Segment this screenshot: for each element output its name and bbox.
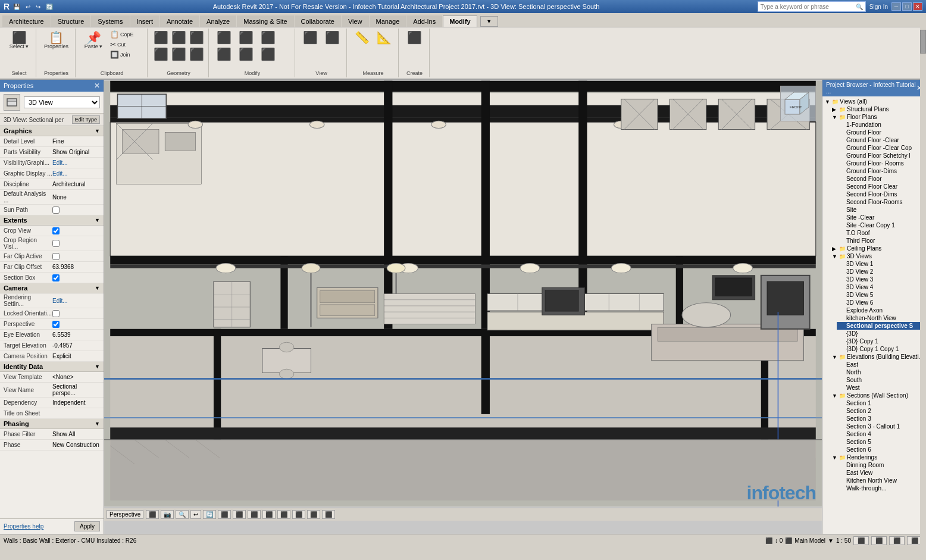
geom-btn-2[interactable]: ⬛ (170, 30, 187, 45)
measure-btn-1[interactable]: 📏 (352, 30, 373, 45)
tree-dinning-room[interactable]: Dinning Room (837, 461, 926, 469)
mod-btn-3[interactable]: ⬛ (258, 30, 279, 45)
rendering-value[interactable]: Edit... (52, 298, 100, 304)
vc-btn-8[interactable]: ⬛ (248, 510, 261, 519)
tree-sections[interactable]: ▼ 📁 Sections (Wall Section) (830, 392, 926, 399)
phasing-section-header[interactable]: Phasing ▼ (0, 419, 104, 429)
tree-ground-floor-clear[interactable]: Ground Floor -Clear (837, 136, 926, 144)
mod-btn-5[interactable]: ⬛ (236, 46, 256, 62)
tree-ceiling-plans[interactable]: ▶ 📁 Ceiling Plans (830, 245, 926, 252)
tree-elevations[interactable]: ▼ 📁 Elevations (Building Elevati... (830, 353, 926, 361)
tree-ground-floor-rooms[interactable]: Ground Floor- Rooms (837, 159, 926, 167)
design-options-btn[interactable]: ⬛ (871, 536, 887, 545)
geom-btn-5[interactable]: ⬛ (170, 46, 187, 62)
properties-btn[interactable]: 📋 Properties (41, 30, 71, 51)
nav-cube[interactable]: FRONT (780, 86, 816, 121)
mod-btn-2[interactable]: ⬛ (236, 30, 256, 45)
mod-btn-4[interactable]: ⬛ (214, 46, 234, 62)
tree-sectional-perspective[interactable]: Sectional perspective S (837, 322, 926, 330)
tree-north[interactable]: North (837, 368, 926, 376)
tree-site-clear[interactable]: Site -Clear (837, 214, 926, 221)
tree-section2[interactable]: Section 2 (837, 407, 926, 415)
tree-section5[interactable]: Section 5 (837, 438, 926, 446)
tree-3d-copy1-copy1[interactable]: {3D} Copy 1 Copy 1 (837, 345, 926, 353)
vc-btn-7[interactable]: ⬛ (233, 510, 246, 519)
tab-view[interactable]: View (342, 15, 369, 27)
tree-south[interactable]: South (837, 376, 926, 384)
tree-third-floor[interactable]: Third Floor (837, 237, 926, 245)
sun-path-checkbox[interactable] (52, 207, 60, 214)
sections-expander[interactable]: ▼ (832, 393, 839, 399)
tree-kitchen-north[interactable]: kitchen-North View (837, 314, 926, 322)
redo-btn[interactable]: ↪ (34, 3, 42, 11)
quick-access-toolbar[interactable]: R 💾 ↩ ↪ 🔄 (4, 2, 55, 11)
tree-3dview1[interactable]: 3D View 1 (837, 260, 926, 268)
minimize-btn[interactable]: ─ (891, 2, 901, 11)
vc-btn-10[interactable]: ⬛ (277, 510, 290, 519)
geom-btn-3[interactable]: ⬛ (188, 30, 205, 45)
properties-help-link[interactable]: Properties help (4, 523, 43, 530)
window-controls[interactable]: ─ □ ✕ (891, 2, 922, 11)
tree-section3-callout[interactable]: Section 3 - Callout 1 (837, 423, 926, 430)
tree-east-view[interactable]: East View (837, 469, 926, 477)
tree-3dview5[interactable]: 3D View 5 (837, 291, 926, 299)
browser-tree[interactable]: ▼ 📁 Views (all) ▶ 📁 Structural Plans ▼ 📁… (822, 96, 926, 534)
tree-3dview2[interactable]: 3D View 2 (837, 268, 926, 276)
far-clip-checkbox[interactable] (52, 253, 60, 260)
apply-btn[interactable]: Apply (74, 521, 100, 531)
vc-btn-12[interactable]: ⬛ (307, 510, 320, 519)
camera-section-header[interactable]: Camera ▼ (0, 283, 104, 293)
tab-extra[interactable]: ▼ (480, 16, 498, 27)
tree-site[interactable]: Site (837, 206, 926, 214)
tab-structure[interactable]: Structure (51, 15, 91, 27)
paste-btn[interactable]: 📌 Paste ▾ (80, 30, 107, 51)
locked-orient-checkbox[interactable] (52, 310, 60, 317)
cut-btn[interactable]: ✂ Cut (108, 40, 143, 49)
view-type-dropdown[interactable]: 3D View (24, 96, 100, 108)
elevations-expander[interactable]: ▼ (832, 354, 839, 360)
tree-to-roof[interactable]: T.O Roof (837, 229, 926, 237)
view-btn-1[interactable]: ⬛ (300, 30, 321, 45)
vc-btn-2[interactable]: 📷 (161, 510, 174, 519)
tree-ground-floor[interactable]: Ground Floor (837, 129, 926, 136)
browser-scrollbar[interactable] (920, 80, 926, 534)
tree-west[interactable]: West (837, 384, 926, 392)
search-input[interactable] (761, 4, 856, 10)
vc-btn-3[interactable]: 🔍 (176, 510, 189, 519)
structural-expander[interactable]: ▶ (832, 107, 839, 112)
viewport[interactable]: FRONT Perspective ⬛ 📷 🔍 ↩ 🔄 ⬛ ⬛ ⬛ ⬛ ⬛ ⬛ … (104, 80, 822, 534)
tab-addins[interactable]: Add-Ins (406, 15, 442, 27)
vc-btn-6[interactable]: ⬛ (218, 510, 231, 519)
tree-ground-floor-clear-cop[interactable]: Ground Floor -Clear Cop (837, 144, 926, 152)
tab-manage[interactable]: Manage (370, 15, 406, 27)
tree-3d-brace[interactable]: {3D} (837, 330, 926, 337)
sync-btn[interactable]: 🔄 (44, 3, 55, 11)
sync-btn-status[interactable]: ⬛ (889, 536, 905, 545)
sign-in-btn[interactable]: Sign In (869, 4, 888, 10)
3d-expander[interactable]: ▼ (832, 254, 839, 259)
renderings-expander[interactable]: ▼ (832, 455, 839, 461)
tab-modify[interactable]: Modify (443, 15, 477, 27)
vc-btn-1[interactable]: ⬛ (146, 510, 159, 519)
tab-architecture[interactable]: Architecture (2, 15, 51, 27)
geom-btn-1[interactable]: ⬛ (152, 30, 169, 45)
tree-views-all[interactable]: ▼ 📁 Views (all) (822, 98, 926, 105)
tree-kitchen-north-view[interactable]: Kitchen North View (837, 477, 926, 484)
tree-1-foundation[interactable]: 1-Foundation (837, 121, 926, 129)
geom-btn-4[interactable]: ⬛ (152, 46, 169, 62)
tree-3d-views[interactable]: ▼ 📁 3D Views (830, 252, 926, 260)
section-box-checkbox[interactable] (52, 274, 60, 281)
ceiling-expander[interactable]: ▶ (832, 246, 839, 252)
tab-systems[interactable]: Systems (91, 15, 129, 27)
tree-site-clear-copy[interactable]: Site -Clear Copy 1 (837, 221, 926, 229)
tab-insert[interactable]: Insert (130, 15, 160, 27)
tab-massing[interactable]: Massing & Site (237, 15, 293, 27)
views-all-expander[interactable]: ▼ (825, 99, 832, 105)
tree-second-floor-clear[interactable]: Second Floor Clear (837, 183, 926, 190)
vis-graphics-value[interactable]: Edit... (52, 159, 100, 166)
tree-floor-plans[interactable]: ▼ 📁 Floor Plans (830, 113, 926, 121)
edit-type-btn[interactable]: Edit Type (72, 115, 100, 124)
select-btn[interactable]: ⬛ Select ▾ (6, 30, 32, 51)
properties-close-btn[interactable]: ✕ (94, 82, 100, 90)
create-btn-1[interactable]: ⬛ (404, 30, 425, 45)
